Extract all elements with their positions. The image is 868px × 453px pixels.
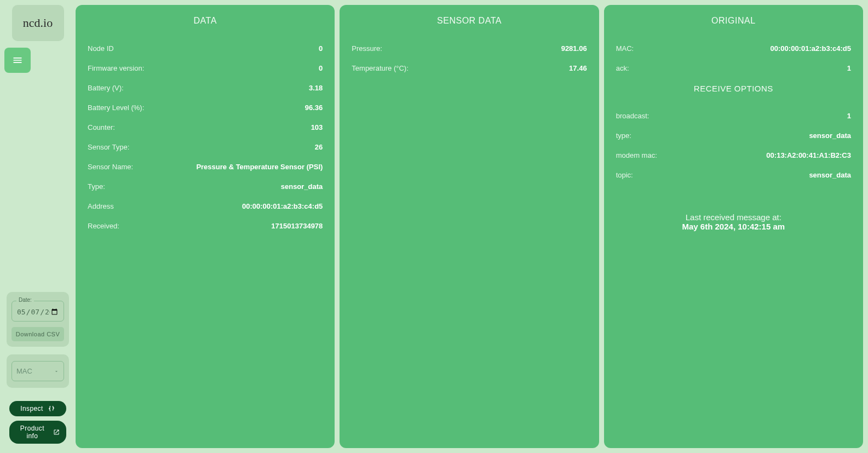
row-value: 0 — [319, 44, 323, 53]
row-value: 103 — [311, 123, 323, 131]
data-row: Battery Level (%):96.36 — [88, 98, 323, 118]
date-field-legend: Date: — [16, 297, 34, 303]
data-row: MAC:00:00:00:01:a2:b3:c4:d5 — [616, 39, 851, 59]
logo: ncd.io — [12, 5, 64, 41]
row-label: Battery Level (%): — [88, 104, 144, 112]
panel-sensor-title: SENSOR DATA — [352, 16, 587, 26]
data-row: Counter:103 — [88, 118, 323, 137]
row-label: topic: — [616, 171, 633, 179]
row-value: 3.18 — [309, 84, 323, 92]
panel-original: ORIGINAL MAC:00:00:00:01:a2:b3:c4:d5ack:… — [604, 5, 863, 448]
data-row: modem mac:00:13:A2:00:41:A1:B2:C3 — [616, 146, 851, 165]
open-in-new-icon — [53, 428, 60, 436]
panel-data-rows: Node ID0Firmware version:0Battery (V):3.… — [88, 39, 323, 236]
row-value: 00:00:00:01:a2:b3:c4:d5 — [771, 44, 851, 53]
panel-original-rows-top: MAC:00:00:00:01:a2:b3:c4:d5ack:1 — [616, 39, 851, 78]
row-label: Address — [88, 202, 114, 210]
row-label: Battery (V): — [88, 84, 124, 92]
data-row: ack:1 — [616, 59, 851, 78]
data-row: broadcast:1 — [616, 106, 851, 126]
last-message: Last received message at: May 6th 2024, … — [616, 213, 851, 231]
chevron-down-icon — [54, 369, 59, 374]
row-label: Node ID — [88, 44, 114, 53]
data-row: Sensor Type:26 — [88, 137, 323, 157]
row-label: Sensor Name: — [88, 163, 133, 171]
inspect-button-label: Inspect — [20, 405, 43, 412]
mac-card: MAC — [7, 354, 69, 388]
row-value: sensor_data — [281, 182, 323, 191]
row-label: Counter: — [88, 123, 115, 131]
row-label: type: — [616, 131, 631, 140]
row-label: broadcast: — [616, 112, 649, 120]
row-value: 1 — [847, 112, 851, 120]
row-value: sensor_data — [809, 171, 851, 179]
menu-toggle-button[interactable] — [4, 48, 31, 73]
row-value: sensor_data — [809, 131, 851, 140]
download-csv-button[interactable]: Download CSV — [12, 327, 64, 341]
product-info-button-label: Product info — [16, 425, 49, 440]
logo-text: ncd.io — [23, 16, 53, 30]
date-field[interactable]: Date: — [12, 301, 64, 322]
row-value: 1715013734978 — [271, 222, 323, 230]
row-value: 0 — [319, 64, 323, 72]
inspect-button[interactable]: Inspect — [9, 401, 66, 416]
data-row: Received:1715013734978 — [88, 216, 323, 236]
row-value: 96.36 — [305, 104, 323, 112]
row-label: ack: — [616, 64, 629, 72]
row-label: Received: — [88, 222, 119, 230]
product-info-button[interactable]: Product info — [9, 421, 66, 444]
last-message-label: Last received message at: — [616, 213, 851, 222]
panel-sensor: SENSOR DATA Pressure:9281.06Temperature … — [340, 5, 599, 448]
row-label: Sensor Type: — [88, 143, 129, 151]
row-value: 26 — [315, 143, 323, 151]
row-label: MAC: — [616, 44, 634, 53]
row-label: Temperature (°C): — [352, 64, 408, 72]
row-value: 17.46 — [569, 64, 587, 72]
mac-select-label: MAC — [16, 367, 32, 375]
mac-select[interactable]: MAC — [12, 361, 64, 381]
row-label: modem mac: — [616, 151, 657, 159]
panel-original-rows-bottom: broadcast:1type:sensor_datamodem mac:00:… — [616, 106, 851, 185]
data-row: Pressure:9281.06 — [352, 39, 587, 59]
date-input[interactable] — [16, 307, 59, 317]
row-value: 00:13:A2:00:41:A1:B2:C3 — [766, 151, 851, 159]
panel-original-subtitle: RECEIVE OPTIONS — [616, 84, 851, 93]
row-value: 9281.06 — [561, 44, 587, 53]
last-message-time: May 6th 2024, 10:42:15 am — [616, 222, 851, 231]
data-row: Battery (V):3.18 — [88, 78, 323, 98]
hamburger-icon — [12, 55, 23, 66]
sidebar-spacer — [7, 73, 69, 292]
braces-icon — [48, 405, 55, 412]
data-row: Address00:00:00:01:a2:b3:c4:d5 — [88, 197, 323, 216]
data-row: Temperature (°C):17.46 — [352, 59, 587, 78]
data-row: topic:sensor_data — [616, 165, 851, 185]
row-value: 00:00:00:01:a2:b3:c4:d5 — [242, 202, 323, 210]
data-row: type:sensor_data — [616, 126, 851, 146]
date-card: Date: Download CSV — [7, 292, 69, 347]
sidebar: ncd.io Date: Download CSV MAC Inspect Pr… — [0, 0, 76, 453]
row-label: Firmware version: — [88, 64, 144, 72]
data-row: Node ID0 — [88, 39, 323, 59]
main: DATA Node ID0Firmware version:0Battery (… — [76, 5, 863, 448]
row-label: Type: — [88, 182, 105, 191]
row-value: Pressure & Temperature Sensor (PSI) — [196, 163, 323, 171]
row-value: 1 — [847, 64, 851, 72]
panel-sensor-rows: Pressure:9281.06Temperature (°C):17.46 — [352, 39, 587, 78]
row-label: Pressure: — [352, 44, 382, 53]
data-row: Firmware version:0 — [88, 59, 323, 78]
data-row: Type:sensor_data — [88, 177, 323, 197]
panel-data-title: DATA — [88, 16, 323, 26]
panel-original-title: ORIGINAL — [616, 16, 851, 26]
panel-data: DATA Node ID0Firmware version:0Battery (… — [76, 5, 335, 448]
data-row: Sensor Name:Pressure & Temperature Senso… — [88, 157, 323, 177]
